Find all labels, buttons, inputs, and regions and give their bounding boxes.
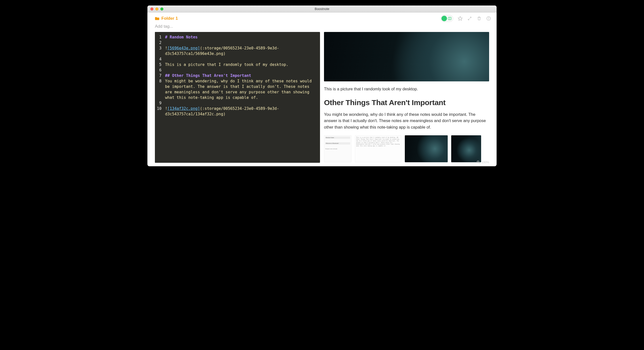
thumb-item: Random Notes <box>325 137 350 139</box>
thumb-item: Welcome to Boostnote! <box>325 142 350 145</box>
markdown-editor[interactable]: 12345678910 # Random Notes ![5696e43e.pn… <box>155 32 320 163</box>
thumbnail-image <box>451 135 481 162</box>
thumbnail-image <box>405 135 448 162</box>
preview-paragraph: This is a picture that I randomly took o… <box>324 86 489 92</box>
fullscreen-button[interactable] <box>467 16 472 21</box>
header-actions <box>441 15 491 22</box>
maximize-button[interactable] <box>160 8 163 11</box>
folder-icon <box>155 17 160 20</box>
svg-point-5 <box>488 18 488 18</box>
window-title: Boostnote <box>148 7 496 11</box>
zoom-in-icon <box>476 160 480 164</box>
thumb-item: Snippet note example <box>325 148 350 150</box>
star-button[interactable] <box>458 16 463 21</box>
content-split: 12345678910 # Random Notes ![5696e43e.pn… <box>148 32 496 166</box>
line-gutter: 12345678910 <box>155 32 164 163</box>
svg-line-7 <box>479 163 480 164</box>
tag-input[interactable] <box>155 24 230 29</box>
info-button[interactable] <box>486 16 491 21</box>
zoom-label: 100% <box>482 161 489 164</box>
preview-heading: Other Things That Aren't Important <box>324 98 489 107</box>
markdown-preview: This is a picture that I randomly took o… <box>324 32 489 163</box>
svg-marker-2 <box>458 17 462 21</box>
thumbnail-code: This is a picture that I randomly took o… <box>355 135 401 162</box>
close-button[interactable] <box>150 8 154 11</box>
app-window: Boostnote Folder 1 <box>148 6 496 166</box>
preview-thumbnails: Random Notes Welcome to Boostnote! Snipp… <box>324 135 489 162</box>
edit-mode-icon <box>442 16 447 21</box>
folder-label: Folder 1 <box>161 16 178 21</box>
tag-row <box>148 23 496 32</box>
trash-button[interactable] <box>477 16 482 21</box>
view-mode-toggle[interactable] <box>441 15 453 22</box>
thumbnail-notelist: Random Notes Welcome to Boostnote! Snipp… <box>324 135 352 162</box>
split-mode-icon <box>447 16 452 21</box>
traffic-lights <box>148 8 163 11</box>
folder-breadcrumb[interactable]: Folder 1 <box>155 16 178 21</box>
note-header: Folder 1 <box>148 13 496 23</box>
preview-paragraph: You might be wondering, why do I think a… <box>324 111 489 131</box>
zoom-indicator[interactable]: 100% <box>476 160 489 164</box>
preview-image <box>324 32 489 81</box>
titlebar: Boostnote <box>148 6 496 13</box>
minimize-button[interactable] <box>156 8 158 11</box>
code-area[interactable]: # Random Notes ![5696e43e.png](:storage/… <box>164 32 320 163</box>
